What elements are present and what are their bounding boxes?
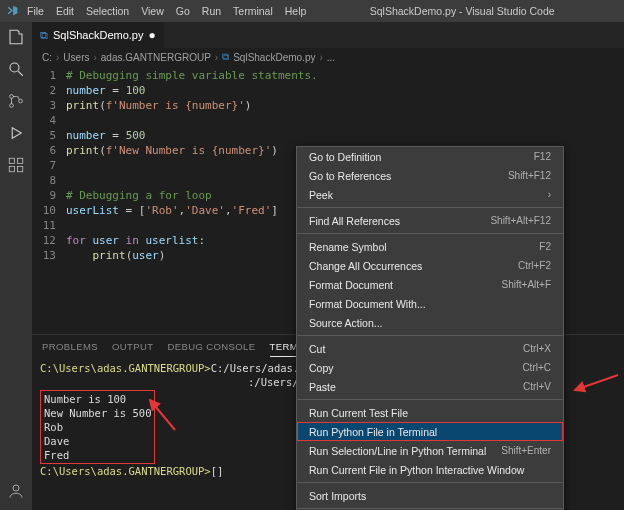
svg-rect-9: [18, 167, 23, 172]
menu-item-label: Run Current File in Python Interactive W…: [309, 464, 524, 476]
source-control-icon[interactable]: [7, 92, 25, 110]
svg-line-12: [575, 375, 618, 390]
menu-separator: [297, 207, 563, 208]
svg-point-4: [19, 99, 23, 103]
menu-item-run-python-file-in-terminal[interactable]: Run Python File in Terminal: [297, 422, 563, 441]
menu-item-shortcut: F2: [539, 241, 551, 252]
svg-point-3: [10, 104, 14, 108]
menu-item-sort-imports[interactable]: Sort Imports: [297, 486, 563, 505]
python-file-icon: ⧉: [40, 29, 48, 42]
line-number: 7: [32, 158, 66, 173]
svg-point-2: [10, 95, 14, 99]
svg-marker-5: [12, 128, 21, 139]
debug-icon[interactable]: [7, 124, 25, 142]
tab-bar: ⧉ SqlShackDemo.py ●: [32, 22, 624, 48]
line-content: # Debugging simple variable statments.: [66, 68, 624, 83]
breadcrumb[interactable]: C:›Users›adas.GANTNERGROUP›⧉ SqlShackDem…: [32, 48, 624, 66]
menu-item-find-all-references[interactable]: Find All ReferencesShift+Alt+F12: [297, 211, 563, 230]
search-icon[interactable]: [7, 60, 25, 78]
menu-file[interactable]: File: [27, 5, 44, 17]
menu-view[interactable]: View: [141, 5, 164, 17]
breadcrumb-part[interactable]: Users: [63, 52, 89, 63]
extensions-icon[interactable]: [7, 156, 25, 174]
line-number: 4: [32, 113, 66, 128]
breadcrumb-part[interactable]: adas.GANTNERGROUP: [101, 52, 211, 63]
menu-item-label: Run Current Test File: [309, 407, 408, 419]
menu-item-run-current-file-in-python-interactive-window[interactable]: Run Current File in Python Interactive W…: [297, 460, 563, 479]
dirty-dot-icon: ●: [149, 28, 156, 42]
svg-point-10: [13, 485, 19, 491]
annotation-arrow-icon: [573, 370, 623, 400]
tab-sqlshackdemo[interactable]: ⧉ SqlShackDemo.py ●: [32, 22, 165, 48]
menu-run[interactable]: Run: [202, 5, 221, 17]
menu-item-paste[interactable]: PasteCtrl+V: [297, 377, 563, 396]
line-content: number = 500: [66, 128, 624, 143]
terminal-line: Dave: [44, 434, 151, 448]
menu-item-shortcut: ›: [548, 189, 551, 200]
menu-help[interactable]: Help: [285, 5, 307, 17]
menu-selection[interactable]: Selection: [86, 5, 129, 17]
line-number: 3: [32, 98, 66, 113]
menu-item-run-selection-line-in-python-terminal[interactable]: Run Selection/Line in Python TerminalShi…: [297, 441, 563, 460]
vscode-logo-icon: [6, 4, 19, 19]
accounts-icon[interactable]: [7, 482, 25, 500]
menu-item-go-to-definition[interactable]: Go to DefinitionF12: [297, 147, 563, 166]
menu-item-run-current-test-file[interactable]: Run Current Test File: [297, 403, 563, 422]
line-number: 12: [32, 233, 66, 248]
menu-bar: FileEditSelectionViewGoRunTerminalHelp: [27, 5, 306, 17]
menu-item-rename-symbol[interactable]: Rename SymbolF2: [297, 237, 563, 256]
menu-item-label: Rename Symbol: [309, 241, 387, 253]
terminal-line: Rob: [44, 420, 151, 434]
menu-item-source-action[interactable]: Source Action...: [297, 313, 563, 332]
panel-tab-output[interactable]: OUTPUT: [112, 339, 153, 357]
menu-item-shortcut: Shift+F12: [508, 170, 551, 181]
code-line[interactable]: 1# Debugging simple variable statments.: [32, 68, 624, 83]
svg-rect-6: [9, 158, 14, 163]
explorer-icon[interactable]: [7, 28, 25, 46]
menu-item-label: Format Document With...: [309, 298, 426, 310]
svg-line-1: [18, 71, 23, 76]
menu-item-label: Run Selection/Line in Python Terminal: [309, 445, 486, 457]
panel-tab-problems[interactable]: PROBLEMS: [42, 339, 98, 357]
line-number: 6: [32, 143, 66, 158]
breadcrumb-part[interactable]: ...: [327, 52, 335, 63]
menu-separator: [297, 335, 563, 336]
chevron-right-icon: ›: [215, 52, 218, 63]
menu-item-peek[interactable]: Peek›: [297, 185, 563, 204]
menu-separator: [297, 508, 563, 509]
menu-item-label: Run Python File in Terminal: [309, 426, 437, 438]
svg-point-0: [10, 63, 19, 72]
menu-edit[interactable]: Edit: [56, 5, 74, 17]
line-number: 1: [32, 68, 66, 83]
menu-item-label: Source Action...: [309, 317, 383, 329]
code-line[interactable]: 2number = 100: [32, 83, 624, 98]
code-line[interactable]: 3print(f'Number is {number}'): [32, 98, 624, 113]
panel-tab-debug-console[interactable]: DEBUG CONSOLE: [167, 339, 255, 357]
menu-item-format-document[interactable]: Format DocumentShift+Alt+F: [297, 275, 563, 294]
terminal-line: Fred: [44, 448, 151, 462]
activity-bar: [0, 22, 32, 510]
menu-item-change-all-occurrences[interactable]: Change All OccurrencesCtrl+F2: [297, 256, 563, 275]
menu-item-copy[interactable]: CopyCtrl+C: [297, 358, 563, 377]
terminal-line: New Number is 500: [44, 406, 151, 420]
menu-item-label: Copy: [309, 362, 334, 374]
code-line[interactable]: 5number = 500: [32, 128, 624, 143]
menu-go[interactable]: Go: [176, 5, 190, 17]
breadcrumb-part[interactable]: SqlShackDemo.py: [233, 52, 315, 63]
line-number: 5: [32, 128, 66, 143]
menu-separator: [297, 482, 563, 483]
menu-item-format-document-with[interactable]: Format Document With...: [297, 294, 563, 313]
menu-separator: [297, 233, 563, 234]
code-line[interactable]: 4: [32, 113, 624, 128]
menu-terminal[interactable]: Terminal: [233, 5, 273, 17]
menu-item-go-to-references[interactable]: Go to ReferencesShift+F12: [297, 166, 563, 185]
breadcrumb-part[interactable]: C:: [42, 52, 52, 63]
menu-separator: [297, 399, 563, 400]
terminal-output-box: Number is 100New Number is 500RobDaveFre…: [40, 390, 155, 464]
python-file-icon: ⧉: [222, 51, 229, 63]
menu-item-cut[interactable]: CutCtrl+X: [297, 339, 563, 358]
line-content: number = 100: [66, 83, 624, 98]
svg-rect-7: [18, 158, 23, 163]
menu-item-label: Paste: [309, 381, 336, 393]
menu-item-label: Find All References: [309, 215, 400, 227]
